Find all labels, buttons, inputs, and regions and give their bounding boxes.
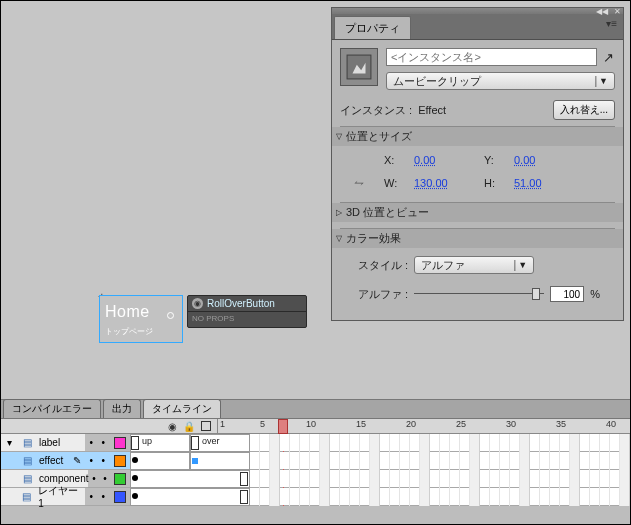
ruler-40: 40 (606, 419, 616, 429)
w-label: W: (384, 177, 414, 189)
keyframe[interactable] (132, 475, 138, 481)
selected-instance[interactable]: Home トップページ (99, 295, 183, 343)
frame-label-over: over (202, 436, 220, 446)
style-dropdown[interactable]: アルファ │▼ (414, 256, 534, 274)
swap-button[interactable]: 入れ替え... (553, 100, 615, 120)
playhead[interactable] (278, 419, 288, 434)
svg-rect-0 (347, 55, 371, 79)
section-pos-label: 位置とサイズ (346, 129, 412, 144)
app-root: + Home トップページ ◉ RollOverButton NO PROPS … (1, 1, 630, 524)
panel-menu-icon[interactable]: ▾≡ (600, 14, 623, 39)
end-frame (240, 490, 248, 504)
alpha-value-input[interactable] (550, 286, 584, 302)
keyframe[interactable] (132, 493, 138, 499)
layer-rows: ▾▤label •• up over ▤effect✎ •• (1, 434, 630, 506)
frame-label-up: up (142, 436, 152, 446)
instance-name-input[interactable] (386, 48, 597, 66)
h-label: H: (484, 177, 514, 189)
color-swatch[interactable] (114, 455, 126, 467)
keyframe[interactable] (132, 457, 138, 463)
layer-header-controls: ◉ 🔒 (1, 419, 218, 434)
ruler-10: 10 (306, 419, 316, 429)
frames[interactable]: up over (130, 434, 630, 451)
style-label: スタイル : (358, 258, 408, 273)
edit-symbol-icon[interactable]: ↗ (601, 50, 615, 65)
tab-output[interactable]: 出力 (103, 399, 141, 418)
home-circle-icon (167, 312, 174, 319)
pencil-icon: ✎ (73, 455, 81, 466)
frame-ruler[interactable]: 1 5 10 15 20 25 30 35 40 (218, 419, 630, 434)
frame-label-flag (191, 436, 199, 450)
frames[interactable] (130, 488, 630, 505)
instance-thumbnail-icon (340, 48, 378, 86)
symbol-type-value: ムービークリップ (393, 74, 481, 89)
link-wh-icon[interactable]: ⥊ (354, 176, 370, 190)
layer-row-effect: ▤effect✎ •• (1, 452, 630, 470)
disclosure-down-icon: ▽ (336, 234, 342, 243)
w-value[interactable]: 130.00 (414, 177, 484, 189)
section-color-effect[interactable]: ▽ カラー効果 (332, 229, 623, 248)
component-icon: ◉ (192, 298, 203, 309)
frames[interactable] (130, 452, 630, 469)
layer-icon: ▤ (20, 436, 35, 450)
layer-name[interactable]: レイヤー 1 (38, 484, 85, 509)
x-value[interactable]: 0.00 (414, 154, 484, 166)
chevron-down-icon: │▼ (513, 260, 528, 270)
section-3d[interactable]: ▷ 3D 位置とビュー (332, 203, 623, 222)
instance-of-value: Effect (418, 104, 446, 116)
disclosure-right-icon: ▷ (336, 208, 342, 217)
bottom-tabs: コンパイルエラー 出力 タイムライン (1, 400, 630, 419)
component-tooltip-sub: NO PROPS (188, 312, 306, 327)
ruler-25: 25 (456, 419, 466, 429)
layer-row-component: ▤component •• (1, 470, 630, 488)
ruler-30: 30 (506, 419, 516, 429)
h-value[interactable]: 51.00 (514, 177, 584, 189)
instance-label: インスタンス : (340, 103, 412, 118)
ruler-20: 20 (406, 419, 416, 429)
layer-row-layer1: ▤レイヤー 1 •• (1, 488, 630, 506)
layer-name[interactable]: component (39, 473, 88, 484)
properties-panel: ◀◀ ✕ プロパティ ▾≡ ↗ ムービークリップ (331, 7, 624, 321)
slider-thumb[interactable] (532, 288, 540, 300)
home-subtext: トップページ (105, 326, 153, 337)
style-value: アルファ (421, 258, 465, 273)
y-label: Y: (484, 154, 514, 166)
selected-keyframe[interactable] (192, 458, 198, 464)
disclosure-down-icon: ▽ (336, 132, 342, 141)
frame-label-flag (131, 436, 139, 450)
x-label: X: (384, 154, 414, 166)
layer-row-label: ▾▤label •• up over (1, 434, 630, 452)
section-3d-label: 3D 位置とビュー (346, 205, 429, 220)
section-position-size[interactable]: ▽ 位置とサイズ (332, 127, 623, 146)
ruler-1: 1 (220, 419, 225, 429)
panel-tabs: プロパティ ▾≡ (332, 14, 623, 40)
end-frame (240, 472, 248, 486)
layer-name[interactable]: label (39, 437, 60, 448)
lock-icon[interactable]: 🔒 (183, 421, 195, 432)
eye-icon[interactable]: ◉ (168, 421, 177, 432)
ruler-15: 15 (356, 419, 366, 429)
layer-icon: ▤ (20, 454, 35, 468)
tab-properties[interactable]: プロパティ (334, 16, 411, 39)
bottom-dock: コンパイルエラー 出力 タイムライン ◉ 🔒 1 5 10 15 20 25 3… (1, 399, 630, 524)
ruler-5: 5 (260, 419, 265, 429)
tab-compile-errors[interactable]: コンパイルエラー (3, 399, 101, 418)
layer-icon: ▤ (20, 490, 35, 504)
alpha-slider[interactable] (414, 287, 544, 301)
color-swatch[interactable] (114, 491, 126, 503)
tab-timeline[interactable]: タイムライン (143, 399, 221, 418)
outline-toggle-icon[interactable] (201, 421, 211, 431)
frames[interactable] (130, 470, 630, 487)
component-tooltip-title: RollOverButton (207, 298, 275, 309)
layer-name[interactable]: effect (39, 455, 63, 466)
layer-icon: ▤ (20, 472, 35, 486)
home-text: Home (105, 303, 150, 321)
section-color-label: カラー効果 (346, 231, 401, 246)
ruler-35: 35 (556, 419, 566, 429)
color-swatch[interactable] (114, 437, 126, 449)
symbol-type-dropdown[interactable]: ムービークリップ │▼ (386, 72, 615, 90)
y-value[interactable]: 0.00 (514, 154, 584, 166)
alpha-label: アルファ : (358, 287, 408, 302)
color-swatch[interactable] (114, 473, 126, 485)
percent-label: % (590, 288, 600, 300)
